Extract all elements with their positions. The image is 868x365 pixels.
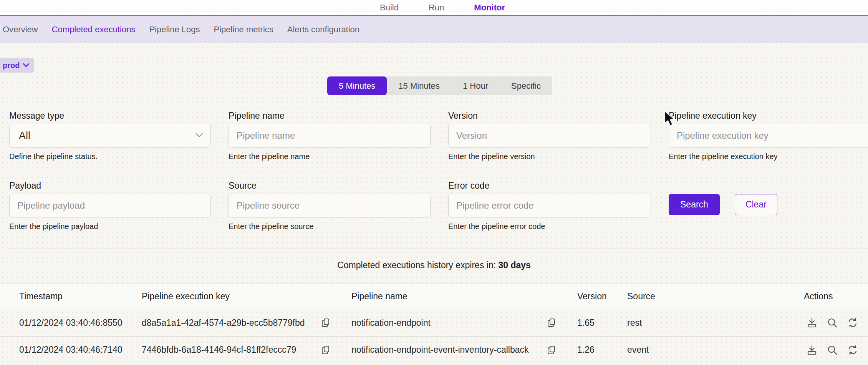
col-header-actions: Actions — [804, 291, 868, 302]
payload-label: Payload — [9, 181, 211, 191]
top-navigation: Build Run Monitor — [0, 0, 868, 16]
copy-icon[interactable] — [321, 318, 331, 328]
message-type-value: All — [19, 130, 30, 142]
cell-version: 1.65 — [577, 318, 627, 328]
cell-actions — [804, 317, 868, 328]
error-code-field: Error code Enter the pipeline error code — [448, 181, 651, 231]
select-divider — [188, 128, 188, 143]
message-type-helper: Define the pipeline status. — [9, 152, 211, 161]
execution-key-value: 7446bfdb-6a18-4146-94cf-81ff2feccc79 — [142, 345, 296, 355]
payload-field: Payload Enter the pipeline payload — [9, 181, 211, 231]
cell-timestamp: 01/12/2024 03:40:46:8550 — [19, 318, 142, 328]
monitor-subnav: Overview Completed executions Pipeline L… — [0, 16, 868, 43]
error-code-label: Error code — [448, 181, 651, 191]
completed-executions-page: prod 5 Minutes 15 Minutes 1 Hour Specifi… — [0, 43, 868, 363]
payload-helper: Enter the pipeline payload — [9, 222, 211, 231]
cell-source: rest — [627, 318, 804, 328]
message-type-select[interactable]: All — [9, 124, 211, 148]
table-row: 01/12/2024 03:40:46:8550 d8a5a1a1-42af-4… — [0, 309, 868, 336]
environment-selector[interactable]: prod — [0, 58, 34, 73]
cell-timestamp: 01/12/2024 03:40:46:7140 — [19, 345, 142, 355]
section-divider — [9, 249, 868, 249]
time-1-hour-button[interactable]: 1 Hour — [451, 76, 500, 95]
cell-version: 1.26 — [577, 345, 627, 355]
download-icon[interactable] — [806, 317, 818, 328]
cell-pipeline-name: notification-endpoint-event-inventory-ca… — [351, 345, 577, 355]
download-icon[interactable] — [806, 344, 818, 356]
executions-table: Timestamp Pipeline execution key Pipelin… — [0, 283, 868, 363]
source-label: Source — [229, 181, 431, 191]
error-code-helper: Enter the pipeline error code — [448, 222, 651, 231]
expiry-note-days: 30 days — [498, 260, 530, 270]
pipeline-name-label: Pipeline name — [229, 111, 431, 121]
source-field: Source Enter the pipeline source — [229, 181, 431, 231]
expiry-note-text: Completed executions history expires in: — [337, 260, 498, 270]
chevron-down-icon — [195, 133, 204, 138]
col-header-timestamp: Timestamp — [19, 291, 142, 302]
tab-build[interactable]: Build — [380, 3, 399, 13]
cell-actions — [804, 344, 868, 356]
version-input[interactable] — [448, 124, 651, 148]
tab-run[interactable]: Run — [429, 3, 444, 13]
filters-form: Message type All Define the pipeline sta… — [9, 111, 868, 231]
col-header-execution-key: Pipeline execution key — [142, 291, 351, 302]
pipeline-name-helper: Enter the pipeline name — [229, 152, 431, 161]
subnav-overview[interactable]: Overview — [3, 25, 38, 35]
execution-key-helper: Enter the pipeline execution key — [669, 152, 868, 161]
col-header-source: Source — [627, 291, 804, 302]
subnav-pipeline-logs[interactable]: Pipeline Logs — [149, 25, 200, 35]
source-input[interactable] — [229, 194, 431, 217]
execution-key-input[interactable] — [669, 124, 868, 148]
chevron-down-icon — [23, 63, 30, 68]
error-code-input[interactable] — [448, 194, 651, 217]
time-range-filter: 5 Minutes 15 Minutes 1 Hour Specific — [6, 76, 868, 95]
copy-icon[interactable] — [321, 345, 331, 355]
execution-key-field: Pipeline execution key Enter the pipelin… — [669, 111, 868, 161]
rerun-icon[interactable] — [847, 317, 858, 328]
cell-pipeline-name: notification-endpoint — [351, 318, 577, 328]
cell-source: event — [627, 345, 804, 355]
search-details-icon[interactable] — [827, 317, 838, 328]
table-row: 01/12/2024 03:40:46:7140 7446bfdb-6a18-4… — [0, 336, 868, 363]
filter-actions: Search Clear — [669, 181, 868, 231]
cell-execution-key: d8a5a1a1-42af-4574-a29b-ecc5b8779fbd — [142, 318, 351, 328]
col-header-pipeline-name: Pipeline name — [351, 291, 577, 302]
rerun-icon[interactable] — [847, 344, 858, 356]
time-15-minutes-button[interactable]: 15 Minutes — [387, 76, 451, 95]
copy-icon[interactable] — [547, 318, 557, 328]
subnav-completed-executions[interactable]: Completed executions — [52, 25, 136, 35]
search-details-icon[interactable] — [827, 344, 838, 356]
time-range-segments: 5 Minutes 15 Minutes 1 Hour Specific — [327, 76, 552, 95]
subnav-alerts-configuration[interactable]: Alerts configuration — [287, 25, 359, 35]
pipeline-name-input[interactable] — [229, 124, 431, 148]
message-type-field: Message type All Define the pipeline sta… — [9, 111, 211, 161]
copy-icon[interactable] — [547, 345, 557, 355]
version-helper: Enter the pipeline version — [448, 152, 651, 161]
version-field: Version Enter the pipeline version — [448, 111, 651, 161]
message-type-label: Message type — [9, 111, 211, 121]
environment-label: prod — [3, 61, 20, 70]
search-button[interactable]: Search — [669, 194, 720, 215]
expiry-note: Completed executions history expires in:… — [0, 260, 868, 270]
pipeline-name-value: notification-endpoint — [351, 318, 431, 328]
cell-execution-key: 7446bfdb-6a18-4146-94cf-81ff2feccc79 — [142, 345, 351, 355]
time-5-minutes-button[interactable]: 5 Minutes — [327, 76, 387, 95]
pipeline-name-value: notification-endpoint-event-inventory-ca… — [351, 345, 529, 355]
col-header-version: Version — [577, 291, 627, 302]
tab-monitor[interactable]: Monitor — [474, 3, 505, 13]
execution-key-label: Pipeline execution key — [669, 111, 868, 121]
payload-input[interactable] — [9, 194, 211, 217]
execution-key-value: d8a5a1a1-42af-4574-a29b-ecc5b8779fbd — [142, 318, 305, 328]
clear-button[interactable]: Clear — [735, 194, 777, 215]
pipeline-name-field: Pipeline name Enter the pipeline name — [229, 111, 431, 161]
table-header-row: Timestamp Pipeline execution key Pipelin… — [0, 283, 868, 309]
version-label: Version — [448, 111, 651, 121]
subnav-pipeline-metrics[interactable]: Pipeline metrics — [214, 25, 273, 35]
source-helper: Enter the pipeline source — [229, 222, 431, 231]
time-specific-button[interactable]: Specific — [500, 76, 552, 95]
